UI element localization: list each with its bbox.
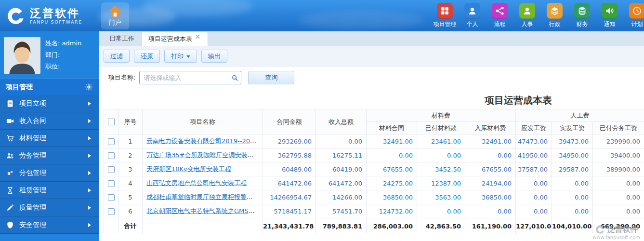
- select-all-checkbox[interactable]: [108, 119, 115, 125]
- sidebar-item-income-contract[interactable]: 收入合同: [0, 112, 99, 130]
- project-name-cell: 天府新区10Kv变电所安装工程: [143, 162, 263, 176]
- cell-mat_contract: 32491.00: [367, 134, 417, 148]
- header-no: 序号: [118, 109, 143, 134]
- row-index: 4: [118, 176, 143, 190]
- cell-wage_paid: 0.00: [552, 176, 593, 190]
- cell-contract: 641472.06: [263, 176, 316, 190]
- sidebar: 姓名: admin 部门: 职位: 项目管理 项目立项收入合同材料管理劳务管理x…: [0, 31, 99, 241]
- chevron-right-icon: [88, 154, 93, 158]
- cloud-decoration: [142, 0, 253, 16]
- sidebar-section-title: 项目管理: [6, 83, 33, 92]
- top-nav-item-finance[interactable]: 财务: [568, 3, 596, 28]
- cell-wage_due: 47473.00: [516, 134, 552, 148]
- row-select-cell: [104, 190, 118, 204]
- top-nav-item-plan[interactable]: 计划: [623, 3, 644, 28]
- logo-text: 泛普软件 FANPU SOFTWARE: [30, 7, 82, 25]
- sidebar-item-labor-mgmt[interactable]: 劳务管理: [0, 147, 99, 164]
- fanpu-logo-icon: [6, 6, 26, 26]
- row-select-cell: [104, 176, 118, 190]
- cell-wage_paid: 0.00: [552, 204, 593, 218]
- cell-wage_due: 0.00: [516, 176, 552, 190]
- chevron-right-icon: [88, 206, 93, 210]
- row-checkbox[interactable]: [108, 208, 115, 215]
- cell-wage_due: 0.00: [516, 204, 552, 218]
- sidebar-item-subcontract-mgmt[interactable]: x²分包管理: [0, 164, 99, 182]
- project-name-link[interactable]: 山西弘文房地产总公司电气安装工程: [146, 179, 247, 187]
- project-name-link[interactable]: 天府新区10Kv变电所安装工程: [146, 165, 231, 173]
- row-checkbox[interactable]: [108, 194, 115, 201]
- sidebar-item-safety-mgmt[interactable]: 安全管理: [0, 216, 99, 234]
- toolbar-export-button[interactable]: 输出: [201, 50, 227, 63]
- cell-labor_paid: 0.00: [593, 204, 644, 218]
- shield-icon: [6, 221, 14, 229]
- cell-mat_contract: 24275.00: [367, 176, 417, 190]
- top-nav-item-personal[interactable]: 个人: [459, 3, 486, 28]
- top-nav-item-admin[interactable]: 行政: [541, 3, 568, 28]
- chevron-right-icon: [88, 136, 93, 140]
- sidebar-item-label: 收入合同: [19, 117, 46, 125]
- cell-mat_paid: 3563.00: [417, 190, 465, 204]
- row-checkbox[interactable]: [108, 152, 115, 159]
- chevron-right-icon: [88, 102, 93, 106]
- sidebar-section-header[interactable]: 项目管理: [0, 79, 99, 95]
- row-index: 3: [118, 162, 143, 176]
- header-income-total: 收入总额: [316, 109, 367, 134]
- row-select-cell: [104, 204, 118, 218]
- row-select-cell: [104, 162, 118, 176]
- watermark-url: www.fanpusoft.com: [592, 235, 640, 240]
- gear-icon[interactable]: [85, 83, 93, 91]
- nav-portal[interactable]: 门户: [101, 2, 129, 29]
- profile-department: 部门:: [45, 51, 81, 59]
- total-label: 合计: [118, 218, 143, 234]
- cell-income: 0.00: [316, 134, 367, 148]
- close-icon[interactable]: ×: [195, 33, 201, 40]
- cart-icon: [6, 134, 14, 143]
- cell-labor_paid: 239990.00: [593, 134, 644, 148]
- header-wage-paid: 实发工资: [552, 122, 593, 134]
- filter-row: 项目名称: 查询: [99, 67, 644, 89]
- top-nav-item-hr[interactable]: 人事: [513, 3, 541, 28]
- row-checkbox[interactable]: [108, 138, 115, 145]
- top-nav-item-label: 个人: [467, 20, 478, 28]
- cell-contract: 14266954.67: [263, 190, 316, 204]
- sidebar-item-project-initiation[interactable]: 项目立项: [0, 95, 99, 112]
- sidebar-item-lease-mgmt[interactable]: 租赁管理: [0, 182, 99, 199]
- toolbar-restore-button[interactable]: 还原: [134, 50, 160, 63]
- grid-icon: [437, 3, 453, 19]
- project-name-link[interactable]: 成都杜甫草堂临时展厅独立展柜报警设备安装: [146, 193, 263, 201]
- tab-daily-work[interactable]: 日常工作: [103, 31, 141, 46]
- top-nav-item-project-mgmt[interactable]: 项目管理: [431, 3, 459, 28]
- cell-mat_stock: 32491.00: [465, 134, 516, 148]
- toolbar-filter-button[interactable]: 过滤: [104, 50, 130, 63]
- cell-labor_paid: 0.00: [593, 176, 644, 190]
- top-nav: 项目管理个人流程人事行政财务通知计划: [431, 3, 644, 28]
- row-checkbox[interactable]: [108, 166, 115, 173]
- profile-info: 姓名: admin 部门: 职位:: [45, 37, 81, 74]
- layers-icon: [547, 3, 563, 19]
- sidebar-item-quality-mgmt[interactable]: 质量管理: [0, 199, 99, 216]
- header-labor-group: 人工费: [516, 109, 644, 122]
- query-button[interactable]: 查询: [248, 71, 294, 84]
- project-name-link[interactable]: 云南电力设备安装有限公司2019--2020年度: [146, 137, 263, 145]
- table-row: 3天府新区10Kv变电所安装工程60489.0060419.0067655.00…: [104, 162, 644, 176]
- total-name-cell: [143, 218, 263, 234]
- top-nav-item-label: 项目管理: [434, 20, 457, 28]
- tab-project-cost-report[interactable]: 项目运营成本表×: [141, 32, 208, 46]
- main-content: 日常工作项目运营成本表× 过滤还原打印输出 项目名称: 查询 项目运营成本表: [99, 31, 644, 241]
- project-name-input[interactable]: [140, 74, 228, 81]
- search-icon[interactable]: [228, 74, 241, 81]
- toolbar-print-button[interactable]: 打印: [164, 50, 197, 63]
- project-name-link[interactable]: 万达广场35#会所及咖啡厅空调安装工程: [146, 151, 260, 159]
- header-wage-due: 应发工资: [516, 122, 552, 134]
- row-checkbox[interactable]: [108, 180, 115, 187]
- cell-income: 60419.00: [316, 162, 367, 176]
- top-nav-item-notice[interactable]: 通知: [596, 3, 623, 28]
- sidebar-item-material-mgmt[interactable]: 材料管理: [0, 130, 99, 147]
- cell-wage_due: 41950.00: [516, 148, 552, 162]
- project-name-link[interactable]: 北京朝阳区电气中芯特气系统之GMS安装: [146, 207, 261, 214]
- project-name-cell: 万达广场35#会所及咖啡厅空调安装工程: [143, 148, 263, 162]
- cell-wage_paid: 29587.00: [552, 162, 593, 176]
- top-nav-item-process[interactable]: 流程: [486, 3, 513, 28]
- yuan-icon: [574, 3, 590, 19]
- top-header: 泛普软件 FANPU SOFTWARE 门户 项目管理个人流程人事行政财务通知计…: [0, 0, 644, 31]
